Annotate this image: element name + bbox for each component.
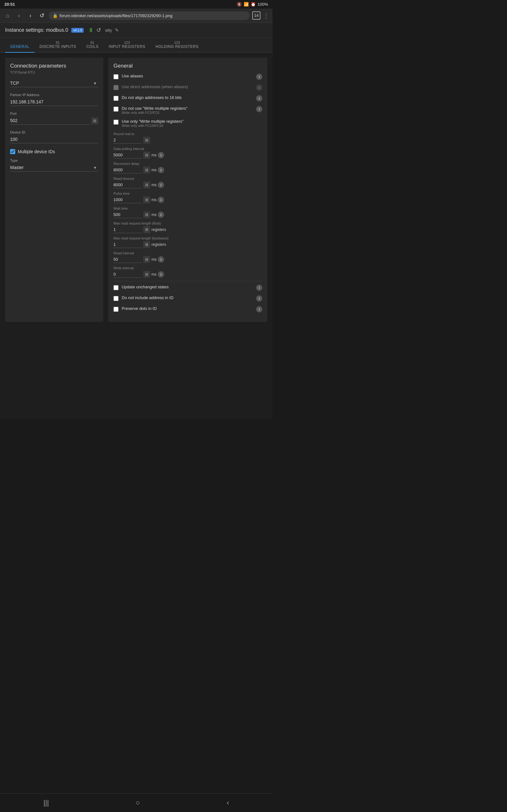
back-button[interactable]: ⌂ <box>3 11 12 20</box>
read-interval-input[interactable] <box>113 256 142 263</box>
port-label: Port <box>10 112 98 115</box>
multiple-device-ids-row: Multiple device IDs <box>10 149 98 154</box>
update-unchanged-label: Update unchanged states <box>122 285 253 289</box>
do-not-use-write-multiple-info[interactable]: i <box>256 106 262 112</box>
max-read-float-input[interactable] <box>113 226 142 233</box>
reconnect-delay-stepper[interactable]: ⊞ <box>143 166 150 173</box>
user-name: silly <box>105 28 112 33</box>
type-select-wrapper: Master Slave ▼ <box>10 164 98 171</box>
pause-button[interactable]: ⏸ <box>88 27 94 34</box>
read-timeout-input[interactable] <box>113 182 142 189</box>
tab-holding-registers[interactable]: 123 HOLDING REGISTERS <box>151 38 204 53</box>
nav-forward-button[interactable]: › <box>26 11 35 20</box>
do-not-use-write-multiple-label: Do not use "Write multiple registers" Wr… <box>122 106 253 114</box>
do-not-align-row: Do not align addresses to 16 bits i <box>113 95 262 101</box>
round-real-stepper[interactable]: ⊞ <box>143 137 150 144</box>
tab-coils-number: 01 <box>86 41 99 44</box>
tab-holding-number: 123 <box>156 41 199 44</box>
reconnect-delay-row: Reconnect delay ⊞ ms i <box>113 162 262 173</box>
connection-type-select[interactable]: TCP RTU ASCII <box>10 79 98 87</box>
port-input-wrapper: ⊞ <box>10 117 98 125</box>
pulse-time-stepper[interactable]: ⊞ <box>143 196 150 203</box>
tab-coils[interactable]: 01 COILS <box>81 38 104 53</box>
device-id-input[interactable] <box>10 136 98 143</box>
data-polling-info[interactable]: i <box>158 152 164 158</box>
update-unchanged-info[interactable]: i <box>256 285 262 291</box>
tab-input-registers[interactable]: 123 INPUT REGISTERS <box>104 38 151 53</box>
reconnect-delay-info[interactable]: i <box>158 167 164 173</box>
max-read-float-unit: registers <box>152 227 166 232</box>
do-not-align-info[interactable]: i <box>256 95 262 101</box>
read-timeout-stepper[interactable]: ⊞ <box>143 182 150 189</box>
use-direct-addresses-info[interactable]: i <box>256 84 262 91</box>
data-polling-input[interactable] <box>113 152 142 159</box>
round-real-ctrl: ⊞ <box>113 137 262 144</box>
do-not-use-write-multiple-checkbox[interactable] <box>113 107 118 112</box>
do-not-include-address-checkbox[interactable] <box>113 296 118 301</box>
partner-ip-label: Partner IP Address <box>10 93 98 97</box>
url-container: 🔒 <box>49 11 250 20</box>
do-not-align-checkbox[interactable] <box>113 96 118 101</box>
use-only-write-multiple-checkbox[interactable] <box>113 119 118 125</box>
partner-ip-input[interactable] <box>10 98 98 106</box>
read-timeout-info[interactable]: i <box>158 182 164 188</box>
data-polling-stepper[interactable]: ⊞ <box>143 152 150 159</box>
max-read-bool-input[interactable] <box>113 241 142 248</box>
url-input[interactable] <box>49 11 250 20</box>
port-input[interactable] <box>10 117 90 125</box>
max-read-bool-stepper[interactable]: ⊞ <box>143 241 150 248</box>
multiple-device-ids-label: Multiple device IDs <box>18 149 55 154</box>
tab-general[interactable]: GENERAL <box>5 38 35 53</box>
read-interval-info[interactable]: i <box>158 256 164 263</box>
write-interval-input[interactable] <box>113 271 142 278</box>
tab-general-label: GENERAL <box>10 44 30 49</box>
tab-discrete-inputs[interactable]: 01 DISCRETE INPUTS <box>35 38 81 53</box>
browser-menu-button[interactable]: ⋮ <box>263 12 269 19</box>
data-polling-unit: ms <box>152 153 157 157</box>
reconnect-delay-label: Reconnect delay <box>113 162 262 165</box>
write-interval-info[interactable]: i <box>158 271 164 277</box>
nav-back-button[interactable]: ‹ <box>14 11 23 20</box>
pulse-time-label: Pulse time <box>113 192 262 195</box>
preserve-dots-checkbox[interactable] <box>113 307 118 312</box>
pulse-time-info[interactable]: i <box>158 197 164 203</box>
edit-icon[interactable]: ✎ <box>115 28 119 33</box>
multiple-device-ids-checkbox[interactable] <box>10 149 15 154</box>
round-real-input[interactable] <box>113 137 142 144</box>
tab-count[interactable]: 14 <box>252 11 261 20</box>
tab-general-number <box>10 41 30 44</box>
read-timeout-ctrl: ⊞ ms i <box>113 182 262 189</box>
type-select[interactable]: Master Slave <box>10 164 98 171</box>
preserve-dots-info[interactable]: i <box>256 306 262 312</box>
round-real-row: Round real to ⊞ <box>113 132 262 144</box>
browser-bar: ⌂ ‹ › ↺ 🔒 14 ⋮ <box>0 9 273 23</box>
lock-icon: 🔒 <box>53 13 58 18</box>
header-icons: ⏸ ↺ <box>88 27 101 34</box>
preserve-dots-row: Preserve dots in ID i <box>113 306 262 312</box>
tab-discrete-label: DISCRETE INPUTS <box>40 44 76 49</box>
update-unchanged-checkbox[interactable] <box>113 285 118 290</box>
port-stepper[interactable]: ⊞ <box>91 117 98 124</box>
max-read-bool-row: Max read request length (booleans) ⊞ reg… <box>113 236 262 248</box>
update-unchanged-row: Update unchanged states i <box>113 285 262 291</box>
use-aliases-info[interactable]: i <box>256 73 262 80</box>
do-not-include-address-info[interactable]: i <box>256 295 262 302</box>
status-time: 20:51 <box>4 2 15 7</box>
reconnect-delay-unit: ms <box>152 168 157 172</box>
refresh-button[interactable]: ↺ <box>38 11 46 20</box>
max-read-float-stepper[interactable]: ⊞ <box>143 226 150 233</box>
refresh-instance-button[interactable]: ↺ <box>96 27 101 34</box>
write-interval-stepper[interactable]: ⊞ <box>143 271 150 278</box>
max-read-float-label: Max read request length (float) <box>113 221 262 225</box>
use-direct-addresses-checkbox[interactable] <box>113 85 118 90</box>
pulse-time-input[interactable] <box>113 196 142 203</box>
wait-time-info[interactable]: i <box>158 212 164 218</box>
wait-time-input[interactable] <box>113 211 142 218</box>
reconnect-delay-input[interactable] <box>113 166 142 173</box>
use-aliases-checkbox[interactable] <box>113 74 118 79</box>
read-timeout-row: Read timeout ⊞ ms i <box>113 177 262 189</box>
wait-time-stepper[interactable]: ⊞ <box>143 211 150 218</box>
alarm-icon: ⏰ <box>250 2 256 7</box>
app-title: Instance settings: modbus.0 <box>5 27 68 33</box>
read-interval-stepper[interactable]: ⊞ <box>143 256 150 263</box>
